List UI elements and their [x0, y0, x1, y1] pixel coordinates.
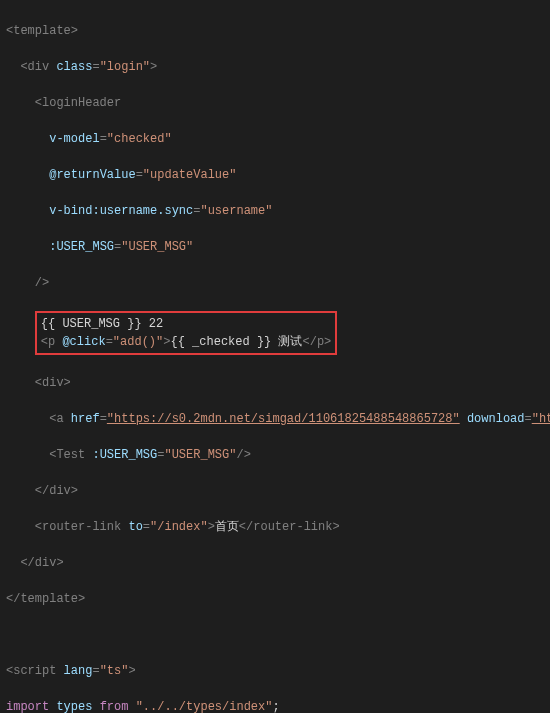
tag-template-close: </template>	[6, 592, 85, 606]
highlight-box-1: {{ USER_MSG }} 22<p @click="add()">{{ _c…	[35, 311, 338, 355]
tag-template-open: <template>	[6, 24, 78, 38]
url-link: "https://s0.2mdn.net/simgad/110618254885…	[107, 412, 460, 426]
code-editor: <template> <div class="login"> <loginHea…	[0, 0, 550, 713]
tag-loginheader: <loginHeader	[35, 96, 121, 110]
